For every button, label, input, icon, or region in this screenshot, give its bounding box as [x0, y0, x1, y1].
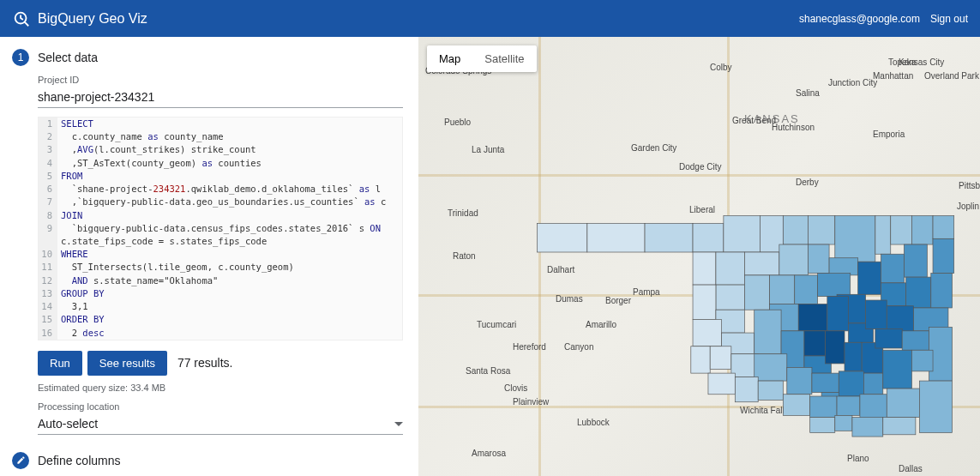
county-seminole[interactable] [845, 342, 862, 371]
county-stephens[interactable] [787, 367, 812, 394]
county-marshall[interactable] [835, 415, 852, 431]
county-rogers[interactable] [881, 254, 905, 283]
chevron-down-icon [394, 417, 403, 430]
county-ellis[interactable] [693, 252, 716, 285]
county-latimer[interactable] [911, 350, 933, 371]
results-count: 77 results. [177, 356, 233, 370]
county-lincoln[interactable] [827, 297, 849, 331]
step-1-title: Select data [38, 51, 98, 64]
county-tulsa[interactable] [858, 262, 881, 294]
county-greer[interactable] [710, 346, 731, 370]
county-pittsburg[interactable] [883, 350, 912, 389]
processing-location-label: Processing location [38, 401, 403, 412]
county-dewey[interactable] [716, 285, 745, 310]
pencil-icon [12, 452, 29, 469]
project-id-label: Project ID [38, 75, 403, 85]
county-pontotoc[interactable] [839, 371, 863, 396]
county-cimarron[interactable] [538, 223, 587, 252]
sql-editor[interactable]: 1SELECT2 c.county_name as county_name3 ,… [38, 117, 403, 340]
county-tillman[interactable] [735, 377, 758, 402]
county-pottawatomie[interactable] [826, 331, 845, 364]
county-caddo[interactable] [755, 310, 781, 354]
county-mccurtain[interactable] [919, 381, 952, 432]
left-panel: 1 Select data Project ID 1SELECT2 c.coun… [0, 37, 418, 476]
county-garvin[interactable] [812, 373, 839, 392]
county-beaver[interactable] [645, 223, 693, 252]
county-haskell[interactable] [902, 331, 929, 350]
county-woodward[interactable] [716, 252, 745, 285]
county-love[interactable] [810, 418, 835, 433]
county-craig[interactable] [911, 215, 933, 244]
county-carter[interactable] [810, 396, 837, 418]
tab-satellite[interactable]: Satellite [472, 45, 536, 72]
county-pushmataha[interactable] [887, 389, 919, 418]
step-1-badge: 1 [12, 49, 29, 66]
county-oklahoma[interactable] [798, 304, 827, 330]
county-osage[interactable] [835, 215, 875, 262]
county-johnston[interactable] [837, 396, 860, 415]
county-garfield[interactable] [779, 244, 809, 275]
county-cleveland[interactable] [804, 331, 826, 356]
county-choctaw[interactable] [883, 418, 916, 435]
project-id-input[interactable] [38, 87, 403, 108]
map-type-control: Map Satellite [427, 45, 537, 72]
county-nowata[interactable] [891, 215, 912, 244]
county-major[interactable] [745, 252, 779, 275]
app-header: BigQuery Geo Viz shanecglass@google.com … [0, 0, 980, 37]
step-define-title: Define columns [38, 454, 121, 467]
signout-link[interactable]: Sign out [930, 13, 968, 25]
county-kingfisher[interactable] [770, 275, 795, 304]
county-mcintosh[interactable] [875, 329, 902, 348]
user-email[interactable]: shanecglass@google.com [799, 13, 920, 25]
county-cotton[interactable] [758, 381, 783, 400]
county-washington[interactable] [875, 215, 891, 254]
county-kay[interactable] [808, 215, 834, 244]
county-ottawa[interactable] [933, 215, 954, 238]
choropleth-oklahoma [521, 204, 976, 444]
app-title: BigQuery Geo Viz [38, 11, 799, 27]
county-coal[interactable] [863, 373, 882, 395]
select-data-body: Project ID 1SELECT2 c.county_name as cou… [38, 75, 403, 435]
county-harper[interactable] [693, 223, 724, 252]
tab-map[interactable]: Map [427, 45, 472, 72]
county-okmulgee[interactable] [866, 300, 887, 329]
county-noble[interactable] [808, 244, 829, 274]
county-jefferson[interactable] [783, 395, 809, 416]
processing-location-select[interactable]: Auto-select [38, 413, 403, 435]
map-background[interactable]: KANSASColorado SpringsPuebloTrinidadRato… [418, 37, 980, 476]
button-row: Run See results 77 results. [38, 351, 403, 376]
county-texas[interactable] [587, 223, 645, 252]
main-layout: 1 Select data Project ID 1SELECT2 c.coun… [0, 37, 980, 476]
run-button[interactable]: Run [38, 351, 82, 376]
county-jackson[interactable] [708, 373, 735, 395]
step-select-data: 1 Select data [12, 49, 403, 66]
estimated-size: Estimated query size: 33.4 MB [38, 383, 403, 393]
county-comanche[interactable] [755, 354, 787, 381]
county-blaine[interactable] [745, 275, 770, 310]
county-adair[interactable] [931, 274, 953, 308]
see-results-button[interactable]: See results [87, 351, 167, 376]
county-payne[interactable] [818, 274, 851, 297]
processing-location-value: Auto-select [38, 417, 394, 431]
county-beckham[interactable] [693, 319, 722, 346]
map-panel[interactable]: KANSASColorado SpringsPuebloTrinidadRato… [418, 37, 980, 476]
county-harmon[interactable] [691, 346, 710, 373]
step-define-columns[interactable]: Define columns [12, 452, 403, 469]
county-roger-mills[interactable] [693, 285, 716, 319]
county-grant[interactable] [783, 215, 808, 244]
logo-icon [12, 9, 31, 28]
county-mayes[interactable] [904, 244, 927, 277]
county-bryan[interactable] [852, 418, 883, 437]
county-logan[interactable] [795, 275, 818, 304]
county-cherokee[interactable] [906, 277, 931, 308]
county-woods[interactable] [724, 215, 761, 252]
county-delaware[interactable] [933, 238, 954, 273]
county-pawnee[interactable] [829, 258, 858, 275]
